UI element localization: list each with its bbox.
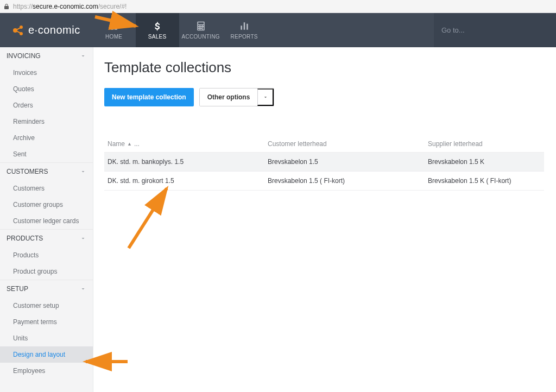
sidebar: INVOICING Invoices Quotes Orders Reminde… bbox=[0, 47, 93, 392]
sidebar-item-reminders[interactable]: Reminders bbox=[0, 113, 93, 130]
sidebar-item-products[interactable]: Products bbox=[0, 247, 93, 263]
browser-url[interactable]: https://secure.e-conomic.com/secure/#! bbox=[13, 3, 127, 10]
sidebar-item-invoices[interactable]: Invoices bbox=[0, 65, 93, 81]
sidebar-item-customer-ledger-cards[interactable]: Customer ledger cards bbox=[0, 213, 93, 229]
brand-mark-icon bbox=[12, 24, 25, 37]
sidebar-group-title: SETUP bbox=[7, 285, 28, 293]
nav-item-reports[interactable]: REPORTS bbox=[223, 13, 266, 47]
cell-customer-letterhead: Brevskabelon 1.5 bbox=[264, 152, 425, 171]
column-header-name[interactable]: Name ▲ ... bbox=[104, 136, 264, 152]
chevron-down-icon bbox=[80, 168, 86, 175]
chevron-down-icon bbox=[80, 53, 86, 59]
cell-name: DK. std. m. bankoplys. 1.5 bbox=[104, 152, 264, 171]
url-scheme: https:// bbox=[13, 3, 33, 10]
table-row[interactable]: DK. std. m. bankoplys. 1.5 Brevskabelon … bbox=[104, 152, 544, 171]
bars-icon bbox=[239, 21, 250, 31]
chevron-down-icon bbox=[80, 286, 86, 292]
search-input[interactable] bbox=[441, 26, 556, 34]
nav-label-reports: REPORTS bbox=[231, 34, 258, 40]
sidebar-group-invoicing[interactable]: INVOICING bbox=[0, 47, 93, 65]
cell-supplier-letterhead: Brevskabelon 1.5 K bbox=[425, 152, 544, 171]
nav-items: HOME SALES ACCOUNTING REPORTS bbox=[92, 13, 266, 47]
sidebar-item-customers[interactable]: Customers bbox=[0, 180, 93, 197]
toolbar: New template collection Other options bbox=[104, 88, 544, 106]
table-row[interactable]: DK. std. m. girokort 1.5 Brevskabelon 1.… bbox=[104, 171, 544, 191]
page-title: Template collections bbox=[104, 59, 544, 76]
sidebar-item-sent[interactable]: Sent bbox=[0, 146, 93, 162]
column-header-name-label: Name bbox=[108, 140, 125, 148]
chevron-down-icon bbox=[263, 93, 268, 102]
sidebar-item-payment-terms[interactable]: Payment terms bbox=[0, 314, 93, 330]
sidebar-group-title: INVOICING bbox=[7, 52, 41, 60]
cell-name: DK. std. m. girokort 1.5 bbox=[104, 171, 264, 191]
nav-item-accounting[interactable]: ACCOUNTING bbox=[179, 13, 223, 47]
column-header-name-suffix: ... bbox=[134, 140, 140, 148]
sidebar-item-customer-setup[interactable]: Customer setup bbox=[0, 298, 93, 314]
dollar-icon bbox=[152, 21, 163, 31]
sidebar-item-quotes[interactable]: Quotes bbox=[0, 81, 93, 97]
column-header-supplier-letterhead[interactable]: Supplier letterhead bbox=[425, 136, 544, 152]
sort-ascending-icon: ▲ bbox=[127, 141, 132, 147]
new-template-collection-button[interactable]: New template collection bbox=[104, 88, 194, 106]
nav-item-sales[interactable]: SALES bbox=[136, 13, 179, 47]
top-nav: e·conomic HOME SALES ACCOUNTING REPORTS bbox=[0, 13, 556, 47]
nav-item-home[interactable]: HOME bbox=[92, 13, 136, 47]
brand-name: e·conomic bbox=[28, 24, 80, 36]
other-options-split-button: Other options bbox=[199, 88, 275, 106]
annotation-arrow-icon bbox=[126, 183, 175, 256]
svg-rect-4 bbox=[16, 30, 21, 34]
calculator-icon bbox=[195, 21, 206, 31]
template-collections-table: Name ▲ ... Customer letterhead Supplier … bbox=[104, 136, 544, 191]
sidebar-item-design-and-layout[interactable]: Design and layout bbox=[0, 346, 93, 363]
svg-point-0 bbox=[13, 28, 17, 33]
sidebar-item-employees[interactable]: Employees bbox=[0, 363, 93, 379]
nav-label-home: HOME bbox=[105, 34, 122, 40]
svg-line-5 bbox=[129, 188, 167, 248]
lock-icon bbox=[3, 3, 10, 10]
browser-address-bar: https://secure.e-conomic.com/secure/#! bbox=[0, 0, 556, 13]
svg-rect-3 bbox=[16, 27, 21, 30]
nav-label-accounting: ACCOUNTING bbox=[182, 34, 220, 40]
sidebar-group-title: CUSTOMERS bbox=[7, 168, 48, 175]
sidebar-item-units[interactable]: Units bbox=[0, 330, 93, 346]
sidebar-group-setup[interactable]: SETUP bbox=[0, 280, 93, 298]
url-host: secure.e-conomic.com bbox=[33, 3, 98, 10]
sidebar-item-archive[interactable]: Archive bbox=[0, 130, 93, 146]
global-search[interactable] bbox=[434, 13, 556, 47]
other-options-button[interactable]: Other options bbox=[200, 88, 258, 106]
sidebar-group-title: PRODUCTS bbox=[7, 235, 43, 242]
sidebar-item-orders[interactable]: Orders bbox=[0, 97, 93, 113]
cell-customer-letterhead: Brevskabelon 1.5 ( FI-kort) bbox=[264, 171, 425, 191]
home-icon bbox=[109, 21, 119, 31]
sidebar-group-products[interactable]: PRODUCTS bbox=[0, 230, 93, 247]
brand-logo[interactable]: e·conomic bbox=[0, 13, 92, 47]
sidebar-group-customers[interactable]: CUSTOMERS bbox=[0, 163, 93, 180]
sidebar-item-product-groups[interactable]: Product groups bbox=[0, 263, 93, 280]
nav-label-sales: SALES bbox=[148, 34, 167, 40]
main-content: Template collections New template collec… bbox=[93, 47, 556, 392]
chevron-down-icon bbox=[80, 235, 86, 242]
cell-supplier-letterhead: Brevskabelon 1.5 K ( FI-kort) bbox=[425, 171, 544, 191]
sidebar-item-customer-groups[interactable]: Customer groups bbox=[0, 197, 93, 213]
url-path: /secure/#! bbox=[98, 3, 127, 10]
other-options-caret-button[interactable] bbox=[257, 88, 274, 106]
column-header-customer-letterhead[interactable]: Customer letterhead bbox=[264, 136, 425, 152]
